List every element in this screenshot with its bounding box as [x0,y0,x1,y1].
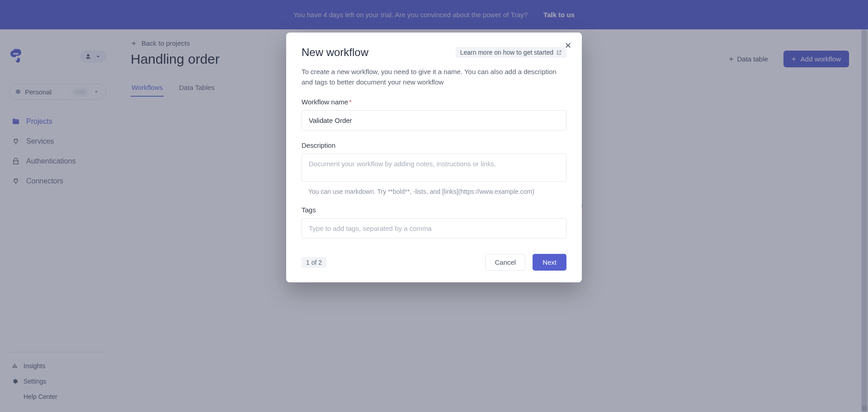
next-button[interactable]: Next [533,254,566,271]
learn-more-link[interactable]: Learn more on how to get started [456,47,566,58]
modal-overlay[interactable]: ✕ New workflow Learn more on how to get … [0,0,868,412]
step-indicator: 1 of 2 [302,257,326,268]
workflow-name-input[interactable] [302,110,566,131]
workflow-name-label: Workflow name* [302,98,566,106]
tags-input[interactable] [302,218,566,239]
new-workflow-modal: ✕ New workflow Learn more on how to get … [286,33,582,282]
description-input[interactable] [302,154,566,182]
help-link-label: Learn more on how to get started [460,49,553,56]
tags-label: Tags [302,206,566,214]
close-icon[interactable]: ✕ [563,41,573,51]
cancel-button[interactable]: Cancel [485,254,525,271]
description-label: Description [302,141,566,149]
required-star: * [349,98,352,106]
label-text: Workflow name [302,98,348,106]
modal-title: New workflow [302,46,368,59]
external-link-icon [556,50,562,56]
description-hint: You can use markdown. Try **bold**, -lis… [302,188,566,195]
modal-description: To create a new workflow, you need to gi… [302,67,566,87]
